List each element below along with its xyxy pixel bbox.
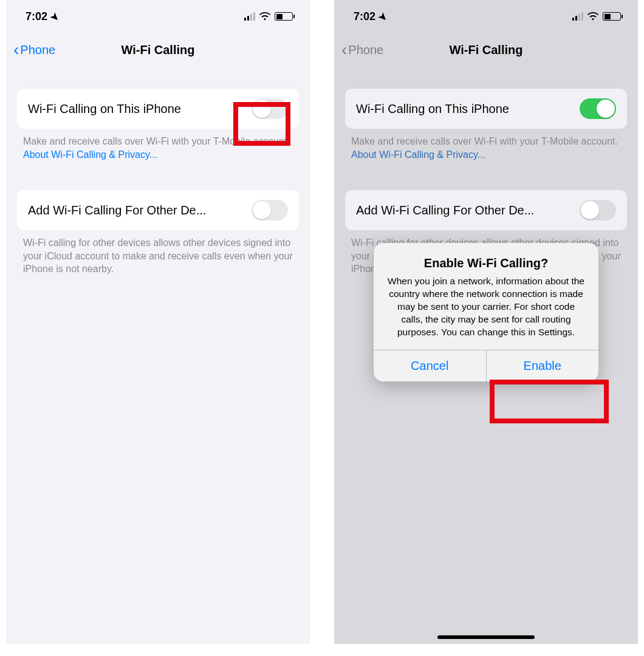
group-other-devices: Add Wi-Fi Calling For Other De... Wi-Fi … [6, 190, 310, 276]
status-left: 7:02 ➤ [26, 10, 59, 23]
cell-label: Add Wi-Fi Calling For Other De... [28, 203, 206, 217]
nav-header: ‹ Phone Wi-Fi Calling [6, 33, 310, 67]
privacy-link[interactable]: About Wi-Fi Calling & Privacy... [23, 149, 157, 160]
confirm-dialog: Enable Wi-Fi Calling? When you join a ne… [374, 243, 598, 381]
status-right [244, 12, 293, 21]
dialog-title: Enable Wi-Fi Calling? [386, 256, 586, 270]
dialog-actions: Cancel Enable [374, 350, 598, 381]
back-button[interactable]: ‹ Phone [13, 41, 55, 58]
group-wifi-calling-this-iphone: Wi-Fi Calling on This iPhone Make and re… [6, 89, 310, 161]
battery-icon [275, 12, 293, 21]
group-footer: Wi-Fi calling for other devices allows o… [6, 230, 310, 276]
screenshot-right: 7:02 ➤ ‹ Phone Wi-Fi Calling Wi-Fi Calli… [334, 0, 638, 644]
group-footer: Make and receive calls over Wi-Fi with y… [6, 129, 310, 161]
cancel-button[interactable]: Cancel [374, 350, 486, 381]
status-time: 7:02 [26, 10, 47, 23]
dialog-message: When you join a network, information abo… [386, 275, 586, 339]
enable-button[interactable]: Enable [486, 350, 599, 381]
signal-icon [244, 12, 255, 21]
toggle-wifi-calling-this-iphone[interactable] [252, 98, 288, 119]
footer-text: Wi-Fi calling for other devices allows o… [23, 237, 293, 274]
location-arrow-icon: ➤ [48, 10, 62, 24]
wifi-icon [259, 12, 271, 21]
back-label: Phone [20, 43, 55, 57]
cell-wifi-calling-this-iphone[interactable]: Wi-Fi Calling on This iPhone [17, 89, 299, 129]
chevron-left-icon: ‹ [13, 41, 19, 58]
footer-text: Make and receive calls over Wi-Fi with y… [23, 136, 290, 146]
screenshot-left: 7:02 ➤ ‹ Phone Wi-Fi Calling Wi-Fi Calli… [6, 0, 310, 644]
cell-label: Wi-Fi Calling on This iPhone [28, 102, 181, 116]
dialog-backdrop: Enable Wi-Fi Calling? When you join a ne… [334, 0, 638, 644]
toggle-other-devices[interactable] [252, 200, 288, 220]
home-indicator [437, 635, 535, 639]
cell-other-devices[interactable]: Add Wi-Fi Calling For Other De... [17, 190, 299, 230]
status-bar: 7:02 ➤ [6, 0, 310, 33]
dialog-body: Enable Wi-Fi Calling? When you join a ne… [374, 243, 598, 350]
